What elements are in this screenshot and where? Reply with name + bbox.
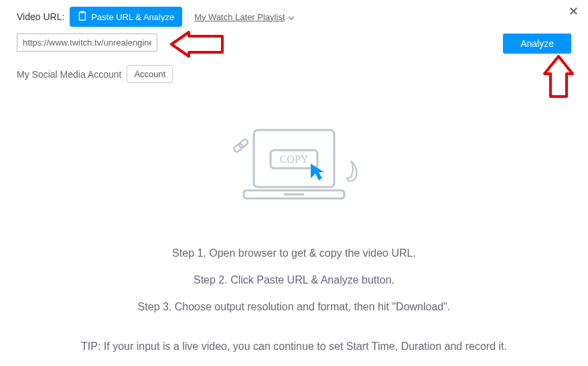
- account-button[interactable]: Account: [127, 65, 173, 83]
- svg-rect-7: [238, 139, 249, 149]
- paste-analyze-label: Paste URL & Analyze: [91, 12, 174, 22]
- watch-later-link[interactable]: My Watch Later Playlist: [194, 12, 294, 22]
- url-row: [0, 27, 588, 52]
- paste-analyze-button[interactable]: Paste URL & Analyze: [70, 7, 182, 27]
- close-icon[interactable]: ✕: [569, 4, 579, 19]
- watch-later-label: My Watch Later Playlist: [194, 12, 285, 22]
- video-url-label: Video URL:: [17, 11, 64, 22]
- svg-rect-1: [81, 11, 84, 13]
- instruction-illustration: COPY: [0, 123, 588, 220]
- clipboard-icon: [78, 11, 87, 23]
- analyze-button[interactable]: Analyze: [503, 34, 571, 54]
- step-1: Step 1. Open browser to get & copy the v…: [0, 240, 588, 267]
- chevron-down-icon: [288, 12, 295, 22]
- step-3: Step 3. Choose output resolution and for…: [0, 294, 588, 320]
- tip-text: TIP: If your input is a live video, you …: [0, 341, 588, 353]
- url-input[interactable]: [17, 34, 157, 52]
- svg-rect-0: [80, 12, 86, 20]
- account-row: My Social Media Account Account: [0, 52, 588, 83]
- copy-text: COPY: [280, 154, 309, 165]
- step-2: Step 2. Click Paste URL & Analyze button…: [0, 267, 588, 294]
- account-label: My Social Media Account: [17, 69, 121, 80]
- instruction-steps: Step 1. Open browser to get & copy the v…: [0, 240, 588, 320]
- top-bar: Video URL: Paste URL & Analyze My Watch …: [0, 0, 588, 27]
